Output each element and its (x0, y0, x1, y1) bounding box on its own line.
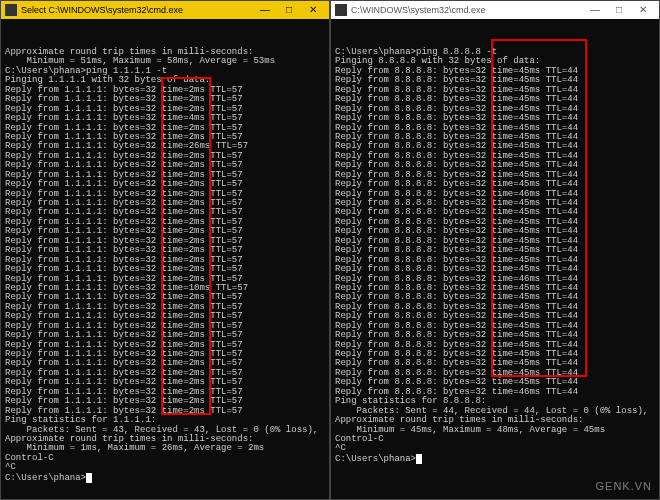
window-title: Select C:\WINDOWS\system32\cmd.exe (21, 6, 253, 15)
cmd-icon (5, 4, 17, 16)
terminal-line: Control-C (5, 454, 325, 463)
terminal-output-right[interactable]: C:\Users\phana>ping 8.8.8.8 -tPinging 8.… (331, 19, 659, 499)
window-title: C:\WINDOWS\system32\cmd.exe (351, 6, 583, 15)
terminal-line: ^C (335, 444, 655, 453)
terminal-output-left[interactable]: Approximate round trip times in milli-se… (1, 19, 329, 499)
cursor (86, 473, 92, 483)
maximize-button[interactable]: □ (607, 2, 631, 18)
close-button[interactable]: ✕ (631, 2, 655, 18)
titlebar-right[interactable]: C:\WINDOWS\system32\cmd.exe — □ ✕ (331, 1, 659, 19)
terminal-line: ^C (5, 463, 325, 472)
close-button[interactable]: ✕ (301, 2, 325, 18)
maximize-button[interactable]: □ (277, 2, 301, 18)
cmd-window-right: C:\WINDOWS\system32\cmd.exe — □ ✕ C:\Use… (330, 0, 660, 500)
minimize-button[interactable]: — (253, 2, 277, 18)
minimize-button[interactable]: — (583, 2, 607, 18)
cmd-icon (335, 4, 347, 16)
window-controls: — □ ✕ (583, 2, 655, 18)
cursor (416, 454, 422, 464)
cmd-window-left: Select C:\WINDOWS\system32\cmd.exe — □ ✕… (0, 0, 330, 500)
window-controls: — □ ✕ (253, 2, 325, 18)
terminal-line: Control-C (335, 435, 655, 444)
titlebar-left[interactable]: Select C:\WINDOWS\system32\cmd.exe — □ ✕ (1, 1, 329, 19)
